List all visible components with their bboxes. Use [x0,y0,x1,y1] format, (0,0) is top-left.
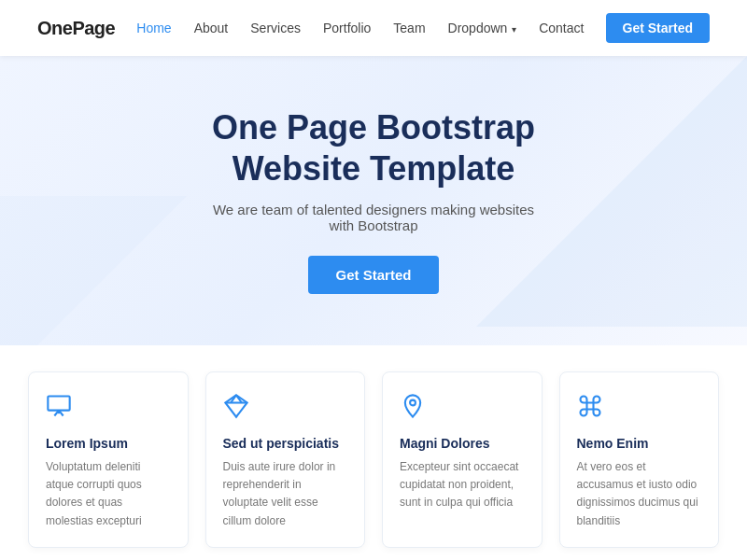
svg-rect-2 [48,397,69,411]
hero-cta-button[interactable]: Get Started [308,256,440,294]
svg-marker-1 [0,196,187,345]
nav-link-portfolio[interactable]: Portfolio [323,21,371,35]
card-1: Lorem Ipsum Voluptatum deleniti atque co… [28,371,189,548]
command-icon [577,393,702,425]
hero-title: One Page BootstrapWebsite Template [212,107,535,188]
card-3-title: Magni Dolores [400,436,525,451]
card-4: Nemo Enim At vero eos et accusamus et iu… [559,371,720,548]
nav-link-contact[interactable]: Contact [539,21,584,35]
card-2-text: Duis aute irure dolor in reprehenderit i… [223,458,348,530]
navbar: OnePage Home About Services Portfolio Te… [0,0,747,56]
nav-link-services[interactable]: Services [250,21,301,35]
easel-icon [46,393,171,425]
brand-logo[interactable]: OnePage [37,18,115,39]
card-4-title: Nemo Enim [577,436,702,451]
nav-cta-button[interactable]: Get Started [606,13,710,43]
nav-link-about[interactable]: About [194,21,229,35]
card-2-title: Sed ut perspiciatis [223,436,348,451]
card-1-text: Voluptatum deleniti atque corrupti quos … [46,458,171,530]
svg-marker-0 [476,56,747,327]
nav-item-services[interactable]: Services [250,20,301,36]
svg-point-10 [410,400,416,406]
nav-item-home[interactable]: Home [136,20,171,36]
cards-section: Lorem Ipsum Voluptatum deleniti atque co… [0,345,747,560]
nav-item-team[interactable]: Team [393,20,425,36]
card-3: Magni Dolores Excepteur sint occaecat cu… [382,371,543,548]
diamond-icon [223,393,348,425]
nav-item-contact[interactable]: Contact [539,20,584,36]
hero-section: One Page BootstrapWebsite Template We ar… [0,56,747,345]
nav-link-home[interactable]: Home [136,21,171,35]
nav-item-dropdown[interactable]: Dropdown ▾ [448,20,517,36]
card-4-text: At vero eos et accusamus et iusto odio d… [577,458,702,530]
hero-bg-shape-left [0,196,187,345]
hero-subtitle: We are team of talented designers making… [205,202,542,233]
nav-item-about[interactable]: About [194,20,229,36]
card-1-title: Lorem Ipsum [46,436,171,451]
card-2: Sed ut perspiciatis Duis aute irure dolo… [205,371,366,548]
nav-item-portfolio[interactable]: Portfolio [323,20,371,36]
location-icon [400,393,525,425]
nav-links: Home About Services Portfolio Team Dropd… [136,20,584,36]
chevron-down-icon: ▾ [509,24,516,35]
nav-link-team[interactable]: Team [393,21,425,35]
svg-marker-6 [225,395,247,416]
card-3-text: Excepteur sint occaecat cupidatat non pr… [400,458,525,512]
hero-bg-shape-right [476,56,747,327]
nav-link-dropdown[interactable]: Dropdown ▾ [448,21,517,35]
